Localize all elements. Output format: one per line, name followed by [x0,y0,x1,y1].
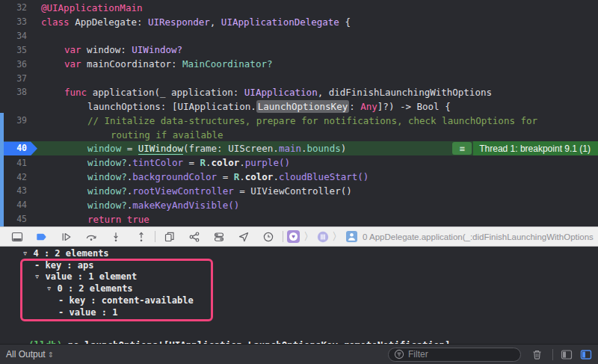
code-line-cont[interactable]: launchOptions: [UIApplication.LaunchOpti… [0,99,598,114]
console-output-line: ▿ value : 1 element [0,271,598,283]
code-line-44[interactable]: 44window?.makeKeyAndVisible() [0,198,598,212]
chevron-right-icon: 〉 [303,230,314,244]
line-number[interactable]: 39 [0,115,31,126]
console-output-line: - value : 1 [0,307,598,319]
step-out-icon[interactable] [135,231,147,243]
line-number[interactable]: 43 [0,185,31,196]
chevron-right-icon: 〉 [332,230,342,244]
console-output-line: ▿ 0 : 2 elements [0,283,598,295]
console-output-line: ▿ 4 : 2 elements [0,248,598,260]
code-line-40[interactable]: 40window = UIWindow(frame: UIScreen.main… [0,141,598,155]
memory-graph-icon[interactable] [188,231,200,243]
line-number[interactable]: 45 [0,214,31,224]
debug-view-hierarchy-icon[interactable] [164,231,176,243]
breakpoint-badge[interactable]: 40 [0,141,37,155]
code-text: class AppDelegate: UIResponder, UIApplic… [31,16,351,28]
line-number[interactable]: 37 [0,73,31,84]
console-output: ▿ 4 : 2 elements- key : aps▿ value : 1 e… [0,247,598,318]
debug-toolbar: ♥ 〉 〉 0 AppDelegate.application(_:didFin… [0,226,598,247]
show-variables-view-icon[interactable] [560,348,573,361]
line-number[interactable]: 33 [0,16,31,27]
code-text: window?.makeKeyAndVisible() [31,200,239,211]
code-line-32[interactable]: 32@UIApplicationMain [0,1,598,15]
code-text: func application(_ application: UIApplic… [31,87,492,98]
popup-arrows-icon: ⇕ [48,351,54,359]
environment-overrides-icon[interactable] [213,231,225,243]
app-icon[interactable]: ♥ [287,230,300,243]
stack-frame-icon[interactable] [346,231,357,242]
code-line-39[interactable]: 39// Initalize data-structures, prepare … [0,114,598,128]
code-lines: 32@UIApplicationMain33class AppDelegate:… [0,1,598,226]
line-number[interactable]: 36 [0,59,31,70]
console-filter-input[interactable]: Filter [388,348,521,362]
code-text: return true [31,214,150,225]
breakpoints-toggle-icon[interactable] [36,231,48,243]
continue-execution-icon[interactable] [61,231,73,243]
bottom-bar-separator [552,349,553,360]
line-number[interactable]: 41 [0,158,31,168]
code-text: var window: UIWindow? [31,44,182,55]
code-text: window?.backgroundColor = R.color.cloudB… [31,171,369,182]
instruments-clock-icon[interactable] [262,231,274,243]
code-text: window?.rootViewController = UIViewContr… [31,185,352,197]
code-line-36[interactable]: 36var mainCoordinator: MainCoordinator? [0,57,598,71]
step-into-icon[interactable] [110,231,122,243]
line-number[interactable]: 44 [0,200,31,210]
code-line-37[interactable]: 37 [0,71,598,85]
code-text: @UIApplicationMain [31,2,142,13]
source-editor[interactable]: 32@UIApplicationMain33class AppDelegate:… [0,0,598,226]
line-number[interactable]: 38 [0,87,31,97]
code-text: launchOptions: [UIApplication.LaunchOpti… [31,101,451,112]
code-line-cont[interactable]: routing if available [0,128,598,142]
code-line-38[interactable]: 38func application(_ application: UIAppl… [0,85,598,99]
thread-icon[interactable] [317,231,329,243]
breakpoint-annotation-label: Thread 1: breakpoint 9.1 (1) [473,141,598,155]
filter-icon [394,349,404,360]
line-number[interactable]: 32 [0,2,31,13]
debug-console[interactable]: ▿ 4 : 2 elements- key : aps▿ value : 1 e… [0,247,598,344]
code-line-45[interactable]: 45return true [0,212,598,226]
code-line-34[interactable]: 34 [0,29,598,43]
console-output-line: - key : aps [0,260,598,272]
breakpoint-annotation[interactable]: ≡Thread 1: breakpoint 9.1 (1) [452,141,598,155]
code-text: routing if available [31,129,224,141]
output-scope-popup[interactable]: All Output ⇕ [6,349,54,360]
line-number[interactable]: 42 [0,172,31,182]
code-line-35[interactable]: 35var window: UIWindow? [0,43,598,58]
hide-debug-area-icon[interactable] [11,231,23,243]
console-output-line: - key : content-available [0,295,598,307]
code-line-41[interactable]: 41window?.tintColor = R.color.purple() [0,155,598,170]
code-text: window?.tintColor = R.color.purple() [31,157,290,168]
code-text: window = UIWindow(frame: UIScreen.main.b… [37,143,346,154]
breakpoint-detail-icon[interactable]: ≡ [452,142,472,155]
toolbar-separator [155,231,155,242]
code-text: // Initalize data-structures, prepare fo… [31,115,537,126]
simulate-location-icon[interactable] [238,231,250,243]
code-line-42[interactable]: 42window?.backgroundColor = R.color.clou… [0,170,598,184]
source-change-bar [0,113,4,226]
toolbar-separator [283,231,283,242]
code-text: var mainCoordinator: MainCoordinator? [31,58,272,70]
show-console-view-icon[interactable] [579,348,592,361]
filter-placeholder: Filter [408,349,428,360]
code-line-33[interactable]: 33class AppDelegate: UIResponder, UIAppl… [0,15,598,29]
breadcrumb[interactable]: 0 AppDelegate.application(_:didFinishLau… [363,232,594,241]
line-number[interactable]: 34 [0,31,31,41]
code-line-43[interactable]: 43window?.rootViewController = UIViewCon… [0,184,598,198]
line-number[interactable]: 35 [0,45,31,55]
clear-console-trash-icon[interactable] [531,348,543,361]
console-bottom-bar: All Output ⇕ Filter [0,344,598,364]
step-over-icon[interactable] [85,231,97,243]
